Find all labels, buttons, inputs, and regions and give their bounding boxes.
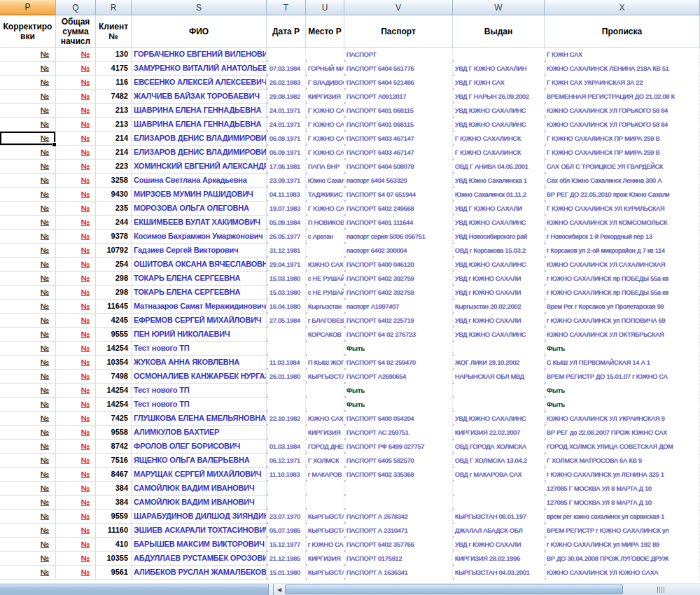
cell-w[interactable]: Южно Сахалинск 01.11.2	[453, 188, 545, 202]
cell-w[interactable]: ОВД Г ХОЛМСКА 13.04.2	[453, 454, 545, 468]
cell-w[interactable]: ОВД ГОРОДА ХОЛМСКА	[453, 440, 545, 454]
cell-u[interactable]	[306, 342, 344, 356]
cell-u[interactable]: ГОРОД ДНЕП	[306, 440, 344, 454]
header-total-accrued[interactable]: Общая сумма начисл	[56, 15, 96, 48]
header-birth-date[interactable]: Дата Р	[267, 15, 306, 48]
cell-q[interactable]: №	[56, 552, 96, 566]
cell-q[interactable]: №	[56, 398, 96, 412]
cell-s[interactable]: ГЛУШКОВА ЕЛЕНА ЕМЕЛЬЯНОВНА	[132, 412, 267, 426]
cell-t[interactable]: 04.11.1983	[267, 188, 306, 202]
cell-x[interactable]: врем рег южно сахалинск ул саранская 1	[545, 510, 700, 524]
cell-t[interactable]: 26.01.1980	[267, 370, 306, 384]
cell-u[interactable]: КЫРГЫЗСТАН	[306, 370, 344, 384]
cell-s[interactable]: ТОКАРЬ ЕЛЕНА СЕРГЕЕВНА	[132, 272, 267, 286]
cell-s[interactable]: Косимов Бахрамжон Умаржонович	[132, 230, 267, 244]
left-pane-scrollbar[interactable]	[0, 584, 268, 595]
cell-p[interactable]: №	[0, 286, 56, 300]
cell-x[interactable]: ВРЕМ РЕГИСТР ДО 15.01.07 г ЮЖНО СА	[545, 370, 700, 384]
cell-w[interactable]	[453, 398, 545, 412]
cell-s[interactable]: САМОЙЛЮК ВАДИМ ИВАНОВИЧ	[132, 482, 267, 496]
cell-p[interactable]: №	[0, 90, 56, 104]
cell-v[interactable]: ПАСПОРТ 6402 335368	[344, 468, 453, 482]
cell-t[interactable]: 29.08.1982	[267, 90, 306, 104]
cell-q[interactable]: №	[56, 384, 96, 398]
cell-v[interactable]: ПАСПОРТ 6404 561776	[344, 62, 453, 76]
cell-u[interactable]	[306, 482, 344, 496]
cell-r[interactable]: 14254	[96, 398, 132, 412]
cell-x[interactable]: ЮЖНО САХАЛИНСК ЛЕНИНА 218А КВ 51	[545, 62, 700, 76]
cell-q[interactable]: №	[56, 524, 96, 538]
cell-r[interactable]: 298	[96, 272, 132, 286]
header-issued-by[interactable]: Выдан	[453, 15, 545, 48]
cell-t[interactable]	[267, 328, 306, 342]
cell-q[interactable]: №	[56, 510, 96, 524]
cell-r[interactable]: 116	[96, 76, 132, 90]
cell-w[interactable]: КЫРГЫЗСТАН 04.03.2001	[453, 566, 545, 580]
cell-s[interactable]: ЕЛИЗАРОВ ДЕНИС ВЛАДИМИРОВИЧ	[132, 146, 267, 160]
cell-v[interactable]: ПАСПОРТ 64 02 259470	[344, 356, 453, 370]
cell-p[interactable]: №	[0, 552, 56, 566]
cell-q[interactable]: №	[56, 174, 96, 188]
cell-p[interactable]: №	[0, 440, 56, 454]
cell-x[interactable]: ВР РЕГ до 22.08.2007 ПРОЖ ЮЖНО САХ	[545, 426, 700, 440]
cell-p[interactable]: №	[0, 300, 56, 314]
cell-x[interactable]: 127085 Г МОСКВА УЛ 8 МАРТА Д 10	[545, 482, 700, 496]
cell-r[interactable]: 8742	[96, 440, 132, 454]
cell-v[interactable]: ПАСПОРТ 6402 392759	[344, 272, 453, 286]
cell-t[interactable]: 17.06.1981	[267, 160, 306, 174]
cell-t[interactable]	[267, 482, 306, 496]
cell-r[interactable]: 254	[96, 258, 132, 272]
cell-x[interactable]: Г ЮЖНО САХАЛИНСК ПР МИРА 259 В	[545, 132, 700, 146]
cell-v[interactable]: ПАСПОРТ 6403 467147	[344, 146, 453, 160]
cell-q[interactable]: №	[56, 356, 96, 370]
cell-w[interactable]: КИРГИЗИЯ 28.02.1996	[453, 552, 545, 566]
cell-w[interactable]: ОВД Г АНИВА 04.05.2001	[453, 160, 545, 174]
cell-s[interactable]: САМОЙЛЮК ВАДИМ ИВАНОВИЧ	[132, 496, 267, 510]
cell-r[interactable]: 9559	[96, 510, 132, 524]
cell-w[interactable]: УВД ЮЖНО САХАЛИНС	[453, 258, 545, 272]
cell-v[interactable]: паспорт 6404 563320	[344, 174, 453, 188]
cell-w[interactable]: УВД Г ЮЖНО САХАЛИН	[453, 62, 545, 76]
cell-t[interactable]: 15.01.1980	[267, 566, 306, 580]
cell-r[interactable]: 14254	[96, 384, 132, 398]
cell-x[interactable]: ВР ДО 30.04.2008 ПРОЖ ЛУГОВОЕ ДРУЖ	[545, 552, 700, 566]
cell-q[interactable]: №	[56, 244, 96, 258]
cell-q[interactable]: №	[56, 104, 96, 118]
cell-u[interactable]: с НЕ РУШАЙ	[306, 272, 344, 286]
cell-p[interactable]: №	[0, 566, 56, 580]
cell-r[interactable]: 130	[96, 48, 132, 62]
cell-v[interactable]: паспорт серия 5006 056751	[344, 230, 453, 244]
cell-v[interactable]: ПАСПОРТ АС 259751	[344, 426, 453, 440]
cell-u[interactable]: КЫРГЫЗСТАН	[306, 510, 344, 524]
cell-q[interactable]: №	[56, 230, 96, 244]
cell-w[interactable]	[453, 482, 545, 496]
cell-u[interactable]: Г ЮЖНО СА	[306, 202, 344, 216]
column-letter-s[interactable]: S	[132, 0, 267, 15]
cell-v[interactable]: ПАСПОРТ 6401 068115	[344, 118, 453, 132]
cell-u[interactable]: Г ЮЖНО СА	[306, 146, 344, 160]
cell-s[interactable]: ЕКШИМБЕЕВ БУЛАТ ХАКИМОВИЧ	[132, 216, 267, 230]
cell-s[interactable]: ЭШИЕВ АСКАРАЛИ ТОХТАСИНОВИЧ	[132, 524, 267, 538]
cell-p[interactable]: №	[0, 258, 56, 272]
cell-x[interactable]: г Новосибирск 1-й Рекордный пер 13	[545, 230, 700, 244]
cell-q[interactable]: №	[56, 258, 96, 272]
cell-x[interactable]: ЮЖНО САХАЛИНСК УЛ УКРАИНСКАЯ 9	[545, 412, 700, 426]
cell-u[interactable]	[306, 398, 344, 412]
cell-r[interactable]: 9378	[96, 230, 132, 244]
cell-u[interactable]: г ЮЖНО СА	[306, 538, 344, 552]
cell-u[interactable]: г БЛАГОВЕЩ	[306, 314, 344, 328]
cell-r[interactable]: 10355	[96, 552, 132, 566]
cell-u[interactable]	[306, 384, 344, 398]
cell-p[interactable]: №	[0, 160, 56, 174]
cell-r[interactable]: 4175	[96, 62, 132, 76]
cell-q[interactable]: №	[56, 454, 96, 468]
cell-t[interactable]	[267, 48, 306, 62]
header-fio[interactable]: ФИО	[132, 15, 267, 48]
cell-x[interactable]: ВРЕМЕННАЯ РЕГИСТРАЦИЯ ДО 21.02.08 К	[545, 90, 700, 104]
cell-v[interactable]: Фыть	[344, 398, 453, 412]
cell-t[interactable]: 05.07.1985	[267, 524, 306, 538]
cell-v[interactable]: ПАСПОРТ 6401 068115	[344, 104, 453, 118]
cell-p[interactable]: №	[0, 272, 56, 286]
cell-t[interactable]: 06.09.1971	[267, 132, 306, 146]
cell-s[interactable]: ШАРАБУДИНОВ ДИЛШОД ЗИЯНДИН	[132, 510, 267, 524]
